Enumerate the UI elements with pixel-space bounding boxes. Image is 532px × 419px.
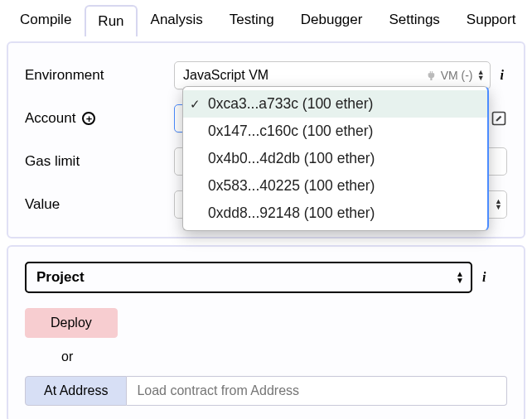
account-option-text: 0xdd8...92148 (100 ether) [208,205,375,222]
account-label-text: Account [25,110,75,127]
account-option[interactable]: 0x4b0...4d2db (100 ether) [183,145,487,172]
contract-select[interactable]: Project [25,262,472,293]
account-label: Account + [25,110,174,127]
environment-select[interactable]: JavaScript VM VM (-) [174,61,491,89]
environment-selected: JavaScript VM [183,68,268,83]
tab-run[interactable]: Run [85,5,137,36]
account-dropdown: ✓ 0xca3...a733c (100 ether) 0x147...c160… [182,86,489,231]
select-arrows-icon [477,70,485,81]
tab-settings[interactable]: Settings [375,3,452,35]
account-option[interactable]: 0xdd8...92148 (100 ether) [183,200,487,227]
tab-debugger[interactable]: Debugger [288,3,376,35]
tab-analysis[interactable]: Analysis [138,3,216,35]
environment-info-icon[interactable]: i [497,68,507,83]
environment-row: Environment JavaScript VM VM (-) i [25,61,507,89]
account-option[interactable]: 0x147...c160c (100 ether) [183,118,487,145]
deploy-panel: Project i Deploy or At Address [7,245,525,419]
contract-info-icon[interactable]: i [479,270,489,285]
edit-account-icon[interactable] [491,110,507,127]
at-address-button[interactable]: At Address [25,376,127,406]
vm-note: VM (-) [441,69,473,82]
tab-testing[interactable]: Testing [216,3,288,35]
gas-limit-label: Gas limit [25,153,174,170]
checkmark-icon: ✓ [190,97,201,112]
account-option[interactable]: 0x583...40225 (100 ether) [183,172,487,200]
or-label: or [61,349,507,364]
tab-bar: Compile Run Analysis Testing Debugger Se… [0,0,532,35]
select-arrows-icon [495,199,502,210]
at-address-input[interactable] [127,376,507,406]
plug-icon [427,70,438,81]
environment-label: Environment [25,67,174,84]
account-option-text: 0x583...40225 (100 ether) [208,177,375,195]
select-arrows-icon [456,271,464,284]
account-option-text: 0xca3...a733c (100 ether) [208,95,373,113]
contract-selected: Project [36,269,85,286]
add-account-icon[interactable]: + [82,112,95,125]
tab-compile[interactable]: Compile [7,3,85,35]
value-label: Value [25,196,174,213]
account-option[interactable]: ✓ 0xca3...a733c (100 ether) [183,90,487,118]
tab-support[interactable]: Support [453,3,530,35]
account-option-text: 0x4b0...4d2db (100 ether) [208,150,375,167]
deploy-button[interactable]: Deploy [25,308,118,338]
account-option-text: 0x147...c160c (100 ether) [208,123,373,140]
